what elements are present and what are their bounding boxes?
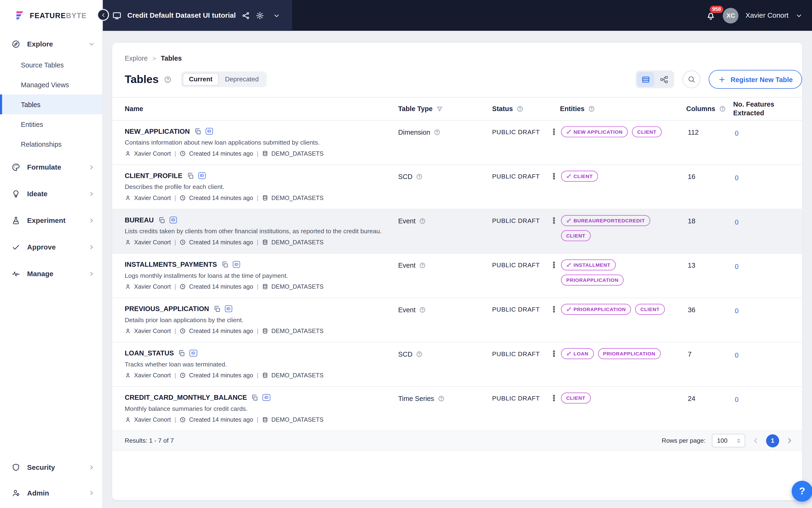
copy-icon[interactable] xyxy=(194,128,201,135)
id-icon[interactable]: ID xyxy=(206,128,213,135)
id-icon[interactable]: ID xyxy=(225,305,232,312)
sidebar-item-ideate[interactable]: Ideate xyxy=(0,181,102,207)
kebab-menu-icon[interactable] xyxy=(550,394,558,402)
help-icon[interactable] xyxy=(419,306,426,313)
help-icon[interactable] xyxy=(416,173,423,180)
id-icon[interactable]: ID xyxy=(170,217,177,223)
tab-current[interactable]: Current xyxy=(183,73,219,86)
help-icon[interactable] xyxy=(419,218,426,224)
copy-icon[interactable] xyxy=(221,261,228,268)
features-count-link[interactable]: 0 xyxy=(735,129,738,137)
avatar[interactable]: XC xyxy=(723,7,739,23)
entity-chip[interactable]: CLIENT xyxy=(561,171,598,182)
search-button[interactable] xyxy=(683,71,700,88)
help-icon[interactable] xyxy=(434,129,441,136)
sidebar-item-tables[interactable]: Tables xyxy=(0,94,102,114)
entity-chip[interactable]: NEW APPLICATION xyxy=(561,126,628,137)
kebab-menu-icon[interactable] xyxy=(550,350,558,357)
entity-chip[interactable]: PRIORAPPLICATION xyxy=(561,274,624,285)
entity-chip[interactable]: BUREAUREPORTEDCREDIT xyxy=(561,215,650,226)
table-row[interactable]: CLIENT_PROFILE ID Describes the profile … xyxy=(112,165,802,209)
user-name[interactable]: Xavier Conort xyxy=(746,11,788,19)
copy-icon[interactable] xyxy=(213,305,220,312)
help-icon[interactable] xyxy=(419,262,426,269)
copy-icon[interactable] xyxy=(186,172,194,179)
next-page-icon[interactable] xyxy=(785,436,794,444)
features-count-link[interactable]: 0 xyxy=(735,396,738,404)
features-count-link[interactable]: 0 xyxy=(735,351,738,359)
breadcrumb-explore[interactable]: Explore xyxy=(125,54,148,62)
features-count-link[interactable]: 0 xyxy=(735,174,738,182)
sidebar-item-experiment[interactable]: Experiment xyxy=(0,207,102,234)
register-new-table-button[interactable]: Register New Table xyxy=(709,70,802,89)
chevron-down-icon[interactable] xyxy=(273,12,280,19)
table-name[interactable]: INSTALLMENTS_PAYMENTS xyxy=(125,260,217,268)
logo[interactable]: FEATUREBYTE xyxy=(0,0,102,31)
filter-icon[interactable] xyxy=(436,105,443,112)
copy-icon[interactable] xyxy=(158,216,165,223)
help-icon[interactable] xyxy=(516,105,524,112)
features-count-link[interactable]: 0 xyxy=(735,307,738,314)
table-row[interactable]: BUREAU ID Lists credits taken by clients… xyxy=(112,209,802,254)
entity-chip[interactable]: CLIENT xyxy=(561,392,591,403)
sidebar-item-manage[interactable]: Manage xyxy=(0,260,102,287)
page-number-button[interactable]: 1 xyxy=(766,434,779,447)
kebab-menu-icon[interactable] xyxy=(550,217,558,224)
sidebar-item-admin[interactable]: Admin xyxy=(0,480,102,506)
help-icon[interactable] xyxy=(438,395,445,402)
features-count-link[interactable]: 0 xyxy=(735,218,738,226)
previous-page-icon[interactable] xyxy=(752,436,760,444)
table-name[interactable]: BUREAU xyxy=(125,216,154,224)
id-icon[interactable]: ID xyxy=(233,261,240,268)
help-icon[interactable] xyxy=(588,105,595,112)
table-name[interactable]: PREVIOUS_APPLICATION xyxy=(125,305,209,313)
entity-chip[interactable]: LOAN xyxy=(561,348,593,359)
user-menu-chevron-icon[interactable] xyxy=(795,12,803,19)
rows-per-page-select[interactable]: 100 xyxy=(712,434,745,448)
table-row[interactable]: LOAN_STATUS ID Tracks whether loan was t… xyxy=(112,342,802,387)
sidebar-item-entities[interactable]: Entities xyxy=(0,114,102,134)
kebab-menu-icon[interactable] xyxy=(550,172,558,180)
table-row[interactable]: PREVIOUS_APPLICATION ID Details prior lo… xyxy=(112,298,802,342)
sidebar-item-formulate[interactable]: Formulate xyxy=(0,154,102,181)
table-name[interactable]: NEW_APPLICATION xyxy=(125,127,190,135)
id-icon[interactable]: ID xyxy=(189,350,197,356)
sidebar-item-explore[interactable]: Explore xyxy=(0,33,102,55)
entity-chip[interactable]: PRIORAPPLICATION xyxy=(598,348,661,359)
id-icon[interactable]: ID xyxy=(198,172,206,179)
table-name[interactable]: LOAN_STATUS xyxy=(125,349,174,357)
list-view-button[interactable] xyxy=(637,72,655,87)
help-icon[interactable] xyxy=(416,351,423,357)
kebab-menu-icon[interactable] xyxy=(550,128,558,136)
notifications-button[interactable]: 958 xyxy=(706,10,716,20)
features-count-link[interactable]: 0 xyxy=(735,262,738,270)
gear-icon[interactable] xyxy=(256,11,264,19)
tab-deprecated[interactable]: Deprecated xyxy=(219,73,265,86)
table-row[interactable]: INSTALLMENTS_PAYMENTS ID Logs monthly in… xyxy=(112,254,802,298)
help-icon[interactable] xyxy=(164,76,172,83)
sidebar-item-approve[interactable]: Approve xyxy=(0,234,102,261)
entity-chip[interactable]: PRIORAPPLICATION xyxy=(561,304,631,314)
table-row[interactable]: CREDIT_CARD_MONTHLY_BALANCE ID Monthly b… xyxy=(112,387,802,431)
sidebar-item-security[interactable]: Security xyxy=(0,455,102,480)
entity-chip[interactable]: CLIENT xyxy=(632,126,662,137)
entity-chip[interactable]: INSTALLMENT xyxy=(561,259,616,270)
entity-chip[interactable]: CLIENT xyxy=(635,304,665,314)
kebab-menu-icon[interactable] xyxy=(550,305,558,313)
graph-view-button[interactable] xyxy=(656,72,673,87)
copy-icon[interactable] xyxy=(251,394,258,401)
table-row[interactable]: NEW_APPLICATION ID Contains information … xyxy=(112,121,802,165)
help-icon[interactable] xyxy=(719,105,726,112)
sidebar-collapse-button[interactable] xyxy=(97,9,109,21)
kebab-menu-icon[interactable] xyxy=(550,261,558,269)
id-icon[interactable]: ID xyxy=(263,394,270,401)
sidebar-item-source-tables[interactable]: Source Tables xyxy=(0,55,102,75)
share-icon[interactable] xyxy=(241,11,250,19)
table-name[interactable]: CREDIT_CARD_MONTHLY_BALANCE xyxy=(125,394,247,401)
sidebar-item-relationships[interactable]: Relationships xyxy=(0,134,102,154)
table-name[interactable]: CLIENT_PROFILE xyxy=(125,172,182,179)
sidebar-item-managed-views[interactable]: Managed Views xyxy=(0,75,102,94)
project-switcher[interactable]: Credit Default Dataset UI tutorial xyxy=(103,0,292,31)
help-fab[interactable]: ? xyxy=(792,481,812,502)
entity-chip[interactable]: CLIENT xyxy=(561,230,591,241)
